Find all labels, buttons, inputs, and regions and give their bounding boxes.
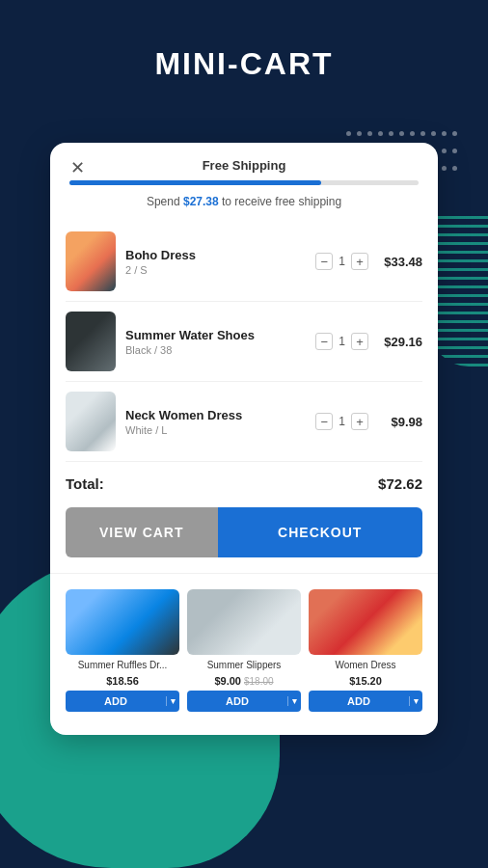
qty-decrease-button[interactable]: − [315, 413, 333, 430]
qty-value: 1 [339, 255, 345, 268]
item-qty: − 1 + [315, 413, 368, 430]
total-label: Total: [66, 475, 104, 492]
checkout-button[interactable]: CHECKOUT [218, 507, 423, 557]
shipping-bar-fill [69, 180, 321, 185]
background: const dotGrid = document.currentScript.p… [0, 0, 488, 868]
cart-total: Total: $72.62 [50, 462, 438, 492]
rec-image [309, 589, 422, 655]
shipping-section: Free Shipping Spend $27.38 to receive fr… [50, 143, 438, 208]
recommended-item: Women Dress $15.20 ADD ▾ [309, 589, 422, 712]
item-variant: 2 / S [125, 264, 306, 276]
item-name: Summer Water Shoes [125, 328, 306, 342]
item-details: Neck Women Dress White / L [125, 408, 306, 436]
cart-actions: VIEW CART CHECKOUT [66, 507, 422, 557]
cart-item: Summer Water Shoes Black / 38 − 1 + $29.… [66, 302, 422, 382]
recommended-item: Summer Ruffles Dr... $18.56 ADD ▾ [66, 589, 179, 712]
shipping-progress-bar [69, 180, 419, 185]
rec-price-row: $15.20 [349, 675, 382, 687]
teal-lines-decoration [430, 212, 488, 366]
rec-name: Summer Slippers [187, 659, 301, 671]
qty-value: 1 [339, 335, 345, 348]
rec-add-dropdown-icon[interactable]: ▾ [287, 696, 301, 706]
shipping-message: Spend $27.38 to receive free shipping [69, 195, 419, 208]
shipping-message-prefix: Spend [147, 195, 183, 208]
close-button[interactable]: ✕ [66, 156, 89, 179]
rec-add-button[interactable]: ADD ▾ [187, 691, 301, 712]
rec-price: $18.56 [106, 675, 139, 687]
page-title: MINI-CART [0, 46, 488, 82]
qty-value: 1 [339, 415, 345, 428]
rec-name: Summer Ruffles Dr... [66, 659, 179, 671]
shipping-message-suffix: to receive free shipping [219, 195, 341, 208]
rec-add-button[interactable]: ADD ▾ [309, 691, 422, 712]
item-variant: White / L [125, 424, 306, 436]
view-cart-button[interactable]: VIEW CART [66, 507, 218, 557]
cart-item: Boho Dress 2 / S − 1 + $33.48 [66, 222, 422, 302]
item-price: $9.98 [378, 415, 422, 429]
item-price: $33.48 [378, 255, 422, 269]
item-name: Boho Dress [125, 248, 306, 262]
shipping-amount: $27.38 [183, 195, 219, 208]
cart-item: Neck Women Dress White / L − 1 + $9.98 [66, 382, 422, 462]
item-image [66, 312, 116, 371]
item-qty: − 1 + [315, 333, 368, 350]
item-details: Summer Water Shoes Black / 38 [125, 328, 306, 356]
rec-add-dropdown-icon[interactable]: ▾ [409, 696, 422, 706]
rec-original-price: $18.00 [244, 676, 274, 687]
total-value: $72.62 [378, 475, 422, 492]
rec-add-button[interactable]: ADD ▾ [66, 691, 179, 712]
item-image [66, 231, 116, 291]
rec-price-row: $9.00 $18.00 [214, 675, 273, 687]
item-details: Boho Dress 2 / S [125, 248, 306, 276]
item-qty: − 1 + [315, 253, 368, 270]
recommended-item: Summer Slippers $9.00 $18.00 ADD ▾ [187, 589, 301, 712]
rec-image [66, 589, 179, 655]
qty-decrease-button[interactable]: − [315, 253, 333, 270]
rec-price-row: $18.56 [106, 675, 139, 687]
rec-image [187, 589, 301, 655]
rec-add-label: ADD [187, 695, 287, 707]
item-price: $29.16 [378, 335, 422, 349]
qty-increase-button[interactable]: + [351, 333, 368, 350]
rec-add-label: ADD [309, 695, 409, 707]
item-image [66, 392, 116, 451]
qty-increase-button[interactable]: + [351, 413, 368, 430]
shipping-label: Free Shipping [69, 158, 419, 173]
qty-increase-button[interactable]: + [351, 253, 368, 270]
recommended-section: Summer Ruffles Dr... $18.56 ADD ▾ Summer… [50, 573, 438, 712]
rec-price: $9.00 [214, 675, 241, 687]
rec-price: $15.20 [349, 675, 382, 687]
cart-items-list: Boho Dress 2 / S − 1 + $33.48 Summer Wat… [50, 222, 438, 462]
rec-add-label: ADD [66, 695, 166, 707]
recommended-items-list: Summer Ruffles Dr... $18.56 ADD ▾ Summer… [66, 589, 422, 712]
item-variant: Black / 38 [125, 344, 306, 356]
rec-name: Women Dress [309, 659, 422, 671]
qty-decrease-button[interactable]: − [315, 333, 333, 350]
rec-add-dropdown-icon[interactable]: ▾ [166, 696, 179, 706]
item-name: Neck Women Dress [125, 408, 306, 422]
mini-cart-card: ✕ Free Shipping Spend $27.38 to receive … [50, 143, 438, 735]
